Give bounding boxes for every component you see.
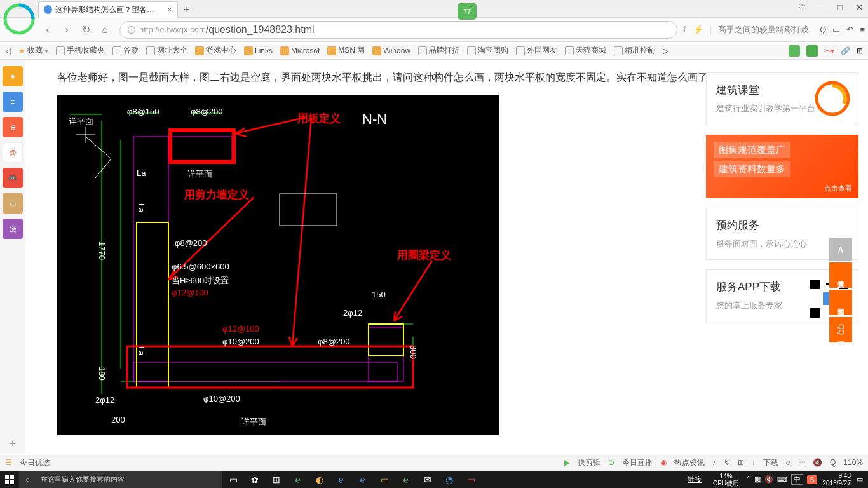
bookmark-item[interactable]: 谷歌 (112, 45, 139, 56)
download-icon[interactable]: ↓ (752, 458, 756, 467)
nav-back-button[interactable]: ‹ (38, 20, 57, 39)
extension-icon[interactable]: ▭ (832, 25, 840, 34)
speedup-badge[interactable]: 77 (458, 3, 477, 20)
zoom-level[interactable]: 110% (843, 458, 863, 467)
status-clip[interactable]: 快剪辑 (578, 458, 600, 468)
browser-logo[interactable] (3, 3, 35, 38)
feedback-button[interactable]: 意见反馈 (829, 262, 852, 288)
app-360b-icon[interactable]: ℮ (395, 471, 417, 488)
bookmark-item[interactable]: MSN 网 (327, 45, 365, 56)
search-icon[interactable]: Q (820, 25, 826, 34)
net-icon[interactable]: 🔗 (841, 46, 850, 55)
status-download[interactable]: 下载 (763, 458, 778, 468)
ime-sogou[interactable]: S (807, 475, 817, 484)
qq-consult-button[interactable]: QQ咨询 (829, 317, 852, 342)
scroll-top-button[interactable]: ∧ (829, 238, 852, 261)
promo-banner[interactable]: 图集规范覆盖广 建筑资料数量多 点击查看 (706, 135, 858, 198)
icon-d[interactable]: ℮ (786, 458, 790, 467)
window-maximize-button[interactable]: □ (834, 1, 846, 13)
app-ie-icon[interactable]: ℮ (352, 471, 374, 488)
lightning-icon[interactable]: ⚡ (693, 25, 703, 34)
bookmark-item[interactable]: 淘宝团购 (467, 45, 508, 56)
nav-reload-button[interactable]: ↻ (76, 20, 95, 39)
sidebar-game-icon[interactable]: 🎮 (3, 168, 23, 188)
start-button[interactable] (0, 471, 19, 488)
bookmark-item[interactable]: Microsof (280, 46, 320, 55)
bookmark-item[interactable]: Links (244, 46, 273, 55)
tray-ime-icon[interactable]: ⌨ (777, 475, 787, 484)
live-icon[interactable]: ⊙ (608, 458, 614, 467)
window-feedback-icon[interactable]: ♡ (796, 1, 808, 13)
ime-mode[interactable]: 中 (791, 474, 803, 485)
mute-icon[interactable]: 🔇 (813, 458, 822, 467)
app-fan-icon[interactable]: ✿ (244, 471, 266, 488)
bookmark-item[interactable]: 网址大全 (146, 45, 187, 56)
app-mail-icon[interactable]: ✉ (417, 471, 438, 488)
sidebar-at-icon[interactable]: @ (3, 142, 23, 163)
action-center-icon[interactable]: ▭ (857, 475, 863, 484)
tray-network-icon[interactable]: ▩ (754, 475, 761, 484)
bookmark-item[interactable]: 游戏中心 (195, 45, 236, 56)
ext-badge-2[interactable] (806, 45, 818, 57)
taskbar-links[interactable]: 链接 (684, 475, 705, 484)
bookmark-item[interactable]: Window (372, 46, 410, 55)
taskbar-clock[interactable]: 9:43 2018/9/27 (821, 472, 853, 487)
app-weather-icon[interactable]: ◔ (438, 471, 460, 488)
app-explorer-icon[interactable]: ▭ (374, 471, 395, 488)
sidebar-weibo-icon[interactable]: ⊕ (3, 117, 23, 137)
new-tab-button[interactable]: + (178, 1, 194, 18)
clip-icon[interactable]: ▶ (564, 458, 570, 467)
browser-tab[interactable]: 这种异形结构怎么画？望各位老师 × (38, 1, 178, 18)
address-bar[interactable]: http:// e.fwxgx.com /question_1948823.ht… (119, 21, 677, 39)
today-special-icon[interactable]: ☰ (5, 458, 12, 467)
sidebar-fav-icon[interactable]: ★ (3, 66, 23, 86)
follow-button[interactable]: 关注我们 (829, 290, 852, 315)
tab-close-button[interactable]: × (167, 4, 172, 15)
tray-up-icon[interactable]: ˄ (747, 475, 750, 484)
status-hot[interactable]: 热点资讯 (674, 458, 705, 468)
hot-icon[interactable]: ◉ (660, 458, 667, 467)
grid-icon[interactable]: ⊞ (857, 46, 863, 55)
icon-c[interactable]: ⊞ (738, 458, 744, 467)
url-path: /question_1948823.html (206, 24, 315, 36)
app-store-icon[interactable]: ⊞ (266, 471, 287, 488)
bookmark-item[interactable]: 外国网友 (516, 45, 557, 56)
icon-a[interactable]: ♪ (712, 458, 716, 467)
app-office-icon[interactable]: ▭ (460, 471, 482, 488)
sidebar-news-icon[interactable]: ≡ (3, 92, 23, 112)
today-special[interactable]: 今日优选 (20, 458, 50, 468)
app-360-icon[interactable]: ℮ (287, 471, 309, 488)
search-input[interactable]: 高手之间的较量精彩打戏 (718, 24, 813, 36)
nav-home-button[interactable]: ⌂ (95, 20, 114, 39)
status-live[interactable]: 今日直播 (622, 458, 653, 468)
sidebar-manga-icon[interactable]: 漫 (3, 219, 23, 239)
bookmark-item[interactable]: 精准控制 (614, 45, 655, 56)
app-edge-icon[interactable]: ℮ (330, 471, 352, 488)
icon-e[interactable]: ▭ (798, 458, 805, 467)
favorites-button[interactable]: ★收藏▾ (18, 45, 48, 56)
undo-icon[interactable]: ↶ (846, 25, 853, 34)
bookmark-item[interactable]: 手机收藏夹 (56, 45, 105, 56)
nav-forward-button[interactable]: › (57, 20, 76, 39)
scissors-icon[interactable]: ✂▾ (824, 46, 834, 55)
cpu-monitor[interactable]: 14% CPU使用 (709, 473, 743, 487)
sidebar-book-icon[interactable]: ▭ (3, 193, 23, 214)
sidebar-add-button[interactable]: + (10, 437, 17, 451)
window-close-button[interactable]: ✕ (853, 1, 865, 13)
tray-volume-icon[interactable]: 🔇 (764, 475, 773, 484)
task-view-icon[interactable]: ▭ (222, 471, 244, 488)
bookmark-item[interactable]: 品牌打折 (418, 45, 459, 56)
menu-icon[interactable]: ≡ (860, 25, 865, 34)
window-minimize-button[interactable]: — (815, 1, 827, 13)
ext-badge-1[interactable] (789, 45, 800, 57)
bookmarks-nav-prev[interactable]: ◁ (5, 46, 11, 55)
card-classroom[interactable]: 建筑课堂 建筑行业实训教学第一平台 (706, 72, 858, 125)
taskbar-search[interactable]: ○ 在这里输入你要搜索的内容 (19, 471, 222, 488)
share-icon[interactable]: ⤴ (682, 25, 687, 34)
bookmark-item[interactable]: 天猫商城 (565, 45, 606, 56)
icon-b[interactable]: ↯ (724, 458, 730, 467)
app-browser2-icon[interactable]: ◐ (309, 471, 330, 488)
nav-bar: ‹ › ↻ ⌂ http:// e.fwxgx.com /question_19… (0, 18, 868, 42)
bookmarks-nav-next[interactable]: ▷ (663, 46, 668, 55)
zoom-icon[interactable]: Q (830, 458, 836, 467)
